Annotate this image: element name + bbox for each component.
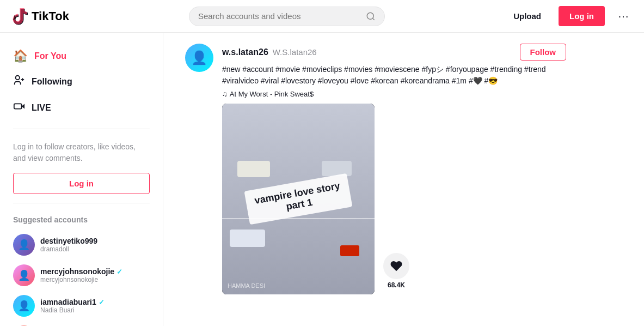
- svg-rect-6: [14, 104, 22, 108]
- post-music: ♫ At My Worst - Pink Sweat$: [222, 90, 566, 98]
- music-note-icon: ♫: [222, 90, 228, 98]
- post-username[interactable]: w.s.latan26: [222, 47, 268, 57]
- like-button[interactable]: 68.4K: [383, 253, 409, 289]
- post-author-avatar[interactable]: 👤: [185, 44, 213, 72]
- sidebar-item-following[interactable]: Following: [0, 69, 163, 95]
- logo: ♪ TikTok: [11, 8, 69, 25]
- feed: 👤 w.s.latan26 W.S.latan26 Follow #new #a…: [163, 33, 644, 326]
- sidebar-label-live: LIVE: [32, 103, 51, 113]
- svg-text:♪: ♪: [13, 13, 16, 21]
- sidebar: 🏠 For You Following LIVE: [0, 33, 163, 326]
- header: ♪ TikTok Upload Log in ⋯: [0, 0, 644, 33]
- login-button[interactable]: Log in: [559, 6, 605, 26]
- account-handle: dramadoll: [40, 245, 97, 253]
- post-container: 👤 w.s.latan26 W.S.latan26 Follow #new #a…: [185, 44, 566, 294]
- logo-text: TikTok: [32, 9, 69, 23]
- post-description: #new #account #movie #movieclips #movies…: [222, 64, 566, 87]
- car-prop: [322, 161, 352, 176]
- list-item[interactable]: 👤 donjazzy ✓ donjazzy: [0, 321, 163, 326]
- follow-button[interactable]: Follow: [520, 44, 567, 61]
- heart-icon: [390, 259, 403, 273]
- post-display-name: W.S.latan26: [273, 47, 317, 57]
- account-info: mercyjohnsonokojie ✓ mercyjohnsonokojie: [40, 267, 122, 283]
- main-nav: 🏠 For You Following LIVE: [0, 44, 163, 121]
- like-icon-circle: [383, 253, 409, 279]
- sidebar-login-button[interactable]: Log in: [13, 173, 150, 194]
- avatar: 👤: [13, 295, 35, 317]
- svg-line-2: [373, 18, 375, 20]
- sidebar-item-live[interactable]: LIVE: [0, 95, 163, 121]
- header-right: Upload Log in ⋯: [505, 6, 633, 26]
- home-icon: 🏠: [13, 49, 28, 63]
- suggested-accounts-title: Suggested accounts: [0, 211, 163, 230]
- account-username: mercyjohnsonokojie ✓: [40, 267, 122, 276]
- svg-point-3: [16, 76, 20, 80]
- sidebar-label-for-you: For You: [34, 51, 66, 61]
- search-bar[interactable]: [189, 7, 385, 26]
- account-handle: Nadia Buari: [40, 306, 105, 314]
- avatar: 👤: [13, 264, 35, 286]
- more-options-button[interactable]: ⋯: [614, 8, 633, 25]
- sidebar-divider-2: [13, 203, 150, 203]
- account-info: destinyetiko999 dramadoll: [40, 237, 97, 253]
- list-item[interactable]: 👤 iamnadiabuari1 ✓ Nadia Buari: [0, 291, 163, 321]
- sidebar-divider: [13, 129, 150, 129]
- verified-icon: ✓: [116, 268, 122, 276]
- list-item[interactable]: 👤 destinyetiko999 dramadoll: [0, 230, 163, 260]
- verified-icon: ✓: [99, 298, 105, 306]
- svg-point-1: [367, 13, 373, 19]
- video-player[interactable]: vampire love storypart 1 HAMMA DESI: [222, 104, 375, 294]
- search-icon: [366, 11, 376, 21]
- sidebar-login-prompt: Log in to follow creators, like videos, …: [0, 137, 163, 173]
- car-prop: [237, 161, 270, 177]
- sidebar-label-following: Following: [32, 77, 72, 87]
- live-icon: [13, 100, 25, 116]
- upload-button[interactable]: Upload: [505, 7, 550, 25]
- like-count: 68.4K: [388, 281, 405, 289]
- tiktok-logo-icon: ♪: [11, 8, 28, 25]
- account-info: iamnadiabuari1 ✓ Nadia Buari: [40, 298, 105, 314]
- avatar: 👤: [13, 234, 35, 256]
- search-input[interactable]: [198, 11, 361, 21]
- sidebar-item-for-you[interactable]: 🏠 For You: [0, 44, 163, 69]
- account-username: iamnadiabuari1 ✓: [40, 298, 105, 306]
- list-item[interactable]: 👤 mercyjohnsonokojie ✓ mercyjohnsonokoji…: [0, 260, 163, 291]
- following-icon: [13, 74, 25, 89]
- account-username: destinyetiko999: [40, 237, 97, 245]
- video-watermark: HAMMA DESI: [228, 282, 265, 289]
- account-handle: mercyjohnsonokojie: [40, 276, 122, 283]
- main-layout: 🏠 For You Following LIVE: [0, 0, 644, 326]
- post-content: w.s.latan26 W.S.latan26 Follow #new #acc…: [222, 44, 566, 294]
